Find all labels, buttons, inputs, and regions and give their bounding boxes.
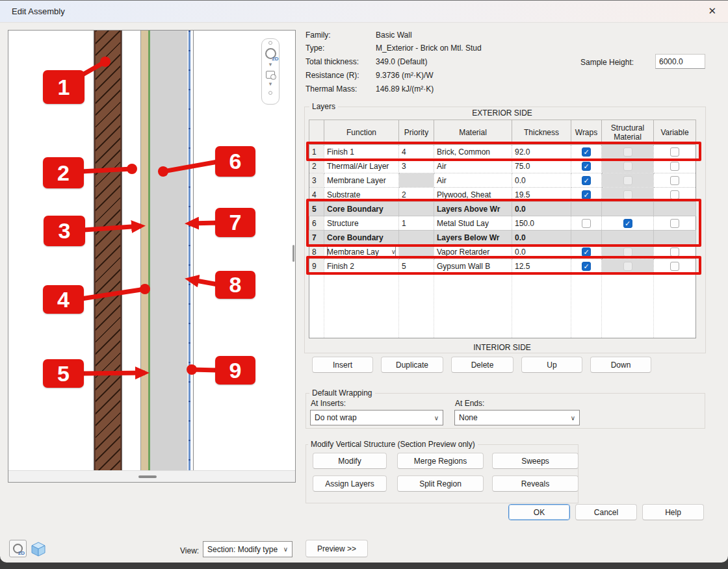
sample-height-input[interactable] [655,54,705,69]
wraps-checkbox[interactable]: ✓ [582,162,591,171]
close-button[interactable]: ✕ [705,5,719,17]
cell-material[interactable]: Layers Above Wr [434,202,512,216]
scrollbar-thumb[interactable] [138,475,157,478]
cell-priority[interactable] [399,245,434,259]
cell-thickness[interactable]: 92.0 [512,145,571,159]
help-button[interactable]: Help [642,504,704,520]
preview-3d-cube-icon[interactable] [30,540,47,557]
cell-material[interactable]: Air [434,159,512,173]
at-ends-dropdown[interactable]: None ∨ [454,410,580,425]
row-number[interactable]: 9 [309,259,324,273]
wraps-cell [571,231,602,245]
cell-function[interactable]: Substrate [324,188,399,202]
cell-priority[interactable]: 1 [399,216,434,231]
cell-function[interactable]: Finish 1 [324,145,399,159]
sweeps-button[interactable]: Sweeps [492,453,578,469]
row-number[interactable]: 3 [309,173,324,188]
cell-priority[interactable] [399,231,434,245]
variable-checkbox[interactable] [670,190,679,199]
structural-material-checkbox[interactable] [623,262,632,271]
cell-function[interactable]: Finish 2 [324,259,399,273]
structural-material-checkbox[interactable] [623,190,632,199]
cell-material[interactable]: Plywood, Sheat [434,188,512,202]
row-number[interactable]: 1 [309,145,324,159]
chevron-down-icon[interactable]: ▾ [269,61,272,68]
zoom-region-icon[interactable] [266,71,275,79]
cell-thickness[interactable]: 150.0 [512,216,571,231]
wraps-checkbox[interactable]: ✓ [582,247,591,257]
variable-checkbox[interactable] [670,219,679,228]
chevron-down-icon[interactable]: ▾ [269,81,272,87]
cell-material[interactable]: Vapor Retarder [434,245,512,259]
cell-function[interactable]: Core Boundary [324,202,399,216]
cancel-button[interactable]: Cancel [575,504,637,520]
preview-viewport[interactable]: 123456789 2D ▾ ▾ [8,31,295,470]
cell-function[interactable]: Structure [324,216,399,231]
wraps-cell: ✓ [571,245,602,259]
wraps-checkbox[interactable]: ✓ [582,176,591,185]
cell-material[interactable]: Layers Below Wr [434,231,512,245]
cell-priority[interactable]: 5 [399,259,434,273]
cell-thickness[interactable]: 12.5 [512,259,571,273]
reveals-button[interactable]: Reveals [492,475,578,492]
preview-toggle-button[interactable]: Preview >> [306,540,368,557]
variable-checkbox[interactable] [670,147,679,157]
wraps-checkbox[interactable]: ✓ [582,190,591,199]
row-number[interactable]: 6 [309,216,324,231]
cell-function[interactable]: Thermal/Air Layer [324,159,399,173]
merge-regions-button[interactable]: Merge Regions [397,453,484,469]
steering-wheel-2d-icon[interactable]: 2D [265,48,276,59]
up-button[interactable]: Up [521,357,582,373]
variable-cell [654,173,696,188]
preview-navbar[interactable]: 2D ▾ ▾ [261,38,280,105]
structural-material-checkbox[interactable] [623,162,632,171]
cell-material[interactable]: Brick, Common [434,145,512,159]
preview-horizontal-scrollbar[interactable] [8,470,295,482]
delete-button[interactable]: Delete [451,357,514,373]
wraps-checkbox[interactable] [582,219,591,228]
down-button[interactable]: Down [590,357,651,373]
variable-checkbox[interactable] [670,162,679,171]
split-region-button[interactable]: Split Region [397,475,484,492]
assign-layers-button[interactable]: Assign Layers [313,475,387,492]
ok-button[interactable]: OK [508,504,570,520]
structural-material-checkbox[interactable] [623,247,632,257]
cell-priority[interactable] [399,202,434,216]
cell-priority[interactable]: 2 [399,188,434,202]
cell-priority[interactable]: 3 [399,159,434,173]
cell-material[interactable]: Metal Stud Lay [434,216,512,231]
row-number[interactable]: 2 [309,159,324,173]
preview-vertical-scrollbar[interactable] [292,245,294,262]
cell-thickness[interactable]: 0.0 [512,173,571,188]
structural-material-checkbox[interactable]: ✓ [623,219,632,228]
cell-material[interactable]: Air [434,173,512,188]
duplicate-button[interactable]: Duplicate [381,357,443,373]
cell-thickness[interactable]: 19.5 [512,188,571,202]
cell-material[interactable]: Gypsum Wall B [434,259,512,273]
row-number[interactable]: 7 [309,231,324,245]
variable-checkbox[interactable] [670,262,679,271]
wraps-checkbox[interactable]: ✓ [582,147,591,157]
structural-material-checkbox[interactable] [623,176,632,185]
insert-button[interactable]: Insert [312,357,373,373]
cell-priority[interactable]: 4 [399,145,434,159]
cell-priority[interactable] [399,173,434,188]
variable-checkbox[interactable] [670,176,679,185]
wraps-checkbox[interactable]: ✓ [582,262,591,271]
row-number[interactable]: 4 [309,188,324,202]
cell-thickness[interactable]: 0.0 [512,231,571,245]
modify-button[interactable]: Modify [313,453,387,469]
variable-checkbox[interactable] [670,247,679,257]
row-number[interactable]: 8 [309,245,324,259]
cell-function[interactable]: Membrane Lay∨ [324,245,399,259]
at-inserts-dropdown[interactable]: Do not wrap ∨ [310,410,443,425]
cell-function[interactable]: Core Boundary [324,231,399,245]
structural-material-checkbox[interactable] [623,147,632,157]
cell-function[interactable]: Membrane Layer [324,173,399,188]
cell-thickness[interactable]: 75.0 [512,159,571,173]
row-number[interactable]: 5 [309,202,324,216]
view-dropdown[interactable]: Section: Modify type ∨ [203,541,292,557]
cell-thickness[interactable]: 0.0 [512,202,571,216]
preview-2d-wheel-icon[interactable]: 2D [9,540,27,557]
cell-thickness[interactable]: 0.0 [512,245,571,259]
